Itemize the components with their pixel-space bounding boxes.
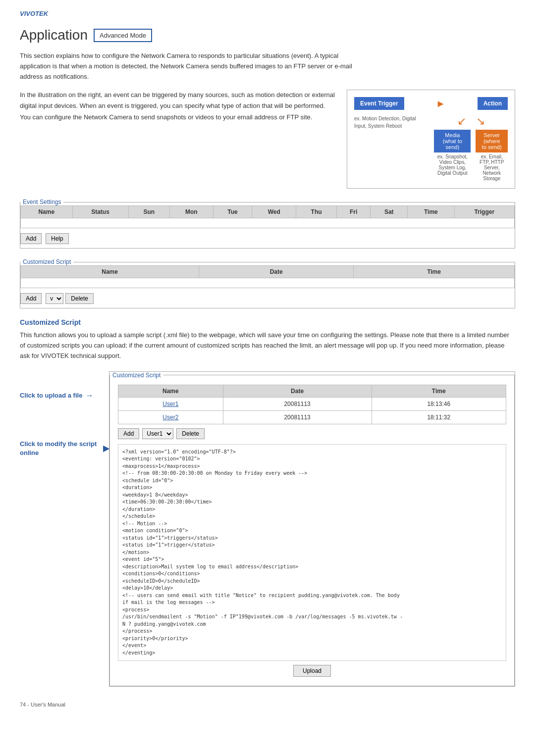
xml-code-display: <?xml version="1.0" encoding="UTF-8"?> <… — [118, 444, 506, 661]
col-tue: Tue — [213, 206, 252, 218]
server-col: Server (where to send) ex. Email, FTP, H… — [476, 130, 508, 181]
cs-cell-name[interactable]: User1 — [118, 397, 223, 410]
script-col-name: Name — [21, 266, 199, 278]
script-table-empty-row — [21, 278, 515, 288]
media-col: Media (what to send) ex. Snapshot, Video… — [434, 130, 471, 181]
col-name: Name — [21, 206, 73, 218]
cs-table-header-row: Name Date Time — [118, 385, 506, 397]
footer-note: 74 - User's Manual — [20, 702, 515, 707]
arrow-down-right-icon: ↘ — [476, 115, 485, 128]
cs-controls-row: Add User1 Delete — [118, 428, 506, 439]
media-box: Media (what to send) — [434, 130, 471, 152]
brand-logo: VIVOTEK — [20, 10, 515, 17]
ex-server-label: ex. Email, FTP, HTTP Server, Network Sto… — [476, 154, 508, 181]
col-status: Status — [72, 206, 128, 218]
cs-cell-name[interactable]: User2 — [118, 410, 223, 424]
ex-media-label: ex. Snapshot, Video Clips, System Log, D… — [434, 154, 471, 176]
cs-large-inner: Name Date Time User1 20081113 18:13:46 U… — [110, 379, 514, 686]
diagram-right-col: ↙ ↘ Media (what to send) ex. Snapshot, V… — [434, 115, 508, 181]
col-time: Time — [408, 206, 454, 218]
cs-col-date: Date — [223, 385, 372, 397]
cs-col-time: Time — [372, 385, 506, 397]
script-select-small[interactable]: v — [46, 293, 63, 304]
upload-button-row: Upload — [118, 661, 506, 679]
col-sat: Sat — [371, 206, 408, 218]
customized-script-legend-small: Customized Script — [20, 258, 73, 265]
cs-add-button[interactable]: Add — [118, 428, 139, 439]
upload-arrow-icon: → — [85, 391, 93, 400]
diagram-top-row: Event Trigger ► Action — [354, 97, 508, 110]
action-box: Action — [478, 97, 508, 110]
customized-script-large-box: Customized Script Name Date Time User1 — [109, 371, 515, 687]
cs-cell-time: 18:13:46 — [372, 397, 506, 410]
description-paragraph-1: This section explains how to configure t… — [20, 51, 367, 82]
script-delete-button-small[interactable]: Delete — [65, 293, 94, 304]
event-table-header-row: Name Status Sun Mon Tue Wed Thu Fri Sat … — [21, 206, 515, 218]
upload-button[interactable]: Upload — [293, 665, 331, 677]
modify-arrow-icon: ▶ — [103, 443, 109, 454]
server-box: Server (where to send) — [476, 130, 508, 152]
script-col-time: Time — [354, 266, 515, 278]
modify-label: Click to modify the script online ▶ — [20, 440, 109, 457]
title-row: Application Advanced Mode — [20, 27, 515, 43]
col-mon: Mon — [169, 206, 213, 218]
intro-text: In the illustration on the right, an eve… — [20, 90, 337, 189]
cs-cell-date: 20081113 — [223, 397, 372, 410]
event-settings-legend: Event Settings — [20, 199, 63, 205]
event-add-button[interactable]: Add — [20, 233, 42, 244]
event-buttons-row: Add Help — [20, 233, 515, 248]
diagram-mid-row: ex. Motion Detection, Digital Input, Sys… — [354, 115, 508, 181]
script-add-button-small[interactable]: Add — [20, 293, 42, 304]
event-settings-table: Name Status Sun Mon Tue Wed Thu Fri Sat … — [20, 205, 515, 228]
cs-large-legend: Customized Script — [110, 372, 163, 379]
script-table-header-row: Name Date Time — [21, 266, 515, 278]
script-table-small: Name Date Time — [20, 265, 515, 288]
script-col-date: Date — [199, 266, 354, 278]
cs-table-row[interactable]: User2 20081113 18:11:32 — [118, 410, 506, 424]
event-help-button[interactable]: Help — [46, 233, 69, 244]
cs-cell-date: 20081113 — [223, 410, 372, 424]
diagram-bottom-boxes: Media (what to send) ex. Snapshot, Video… — [434, 130, 508, 181]
large-diagram-area: Click to upload a file → Click to modify… — [20, 371, 515, 687]
cs-user-select[interactable]: User1 — [142, 428, 173, 439]
advanced-mode-button[interactable]: Advanced Mode — [94, 29, 152, 42]
col-trigger: Trigger — [454, 206, 514, 218]
customized-script-fieldset-small: Customized Script Name Date Time Add v D… — [20, 258, 515, 308]
col-wed: Wed — [252, 206, 296, 218]
arrow-down-left-icon: ↙ — [457, 115, 466, 128]
cs-delete-button[interactable]: Delete — [176, 428, 205, 439]
diagram-box: Event Trigger ► Action ex. Motion Detect… — [347, 90, 515, 189]
page-title: Application — [20, 27, 88, 43]
left-labels-col: Click to upload a file → Click to modify… — [20, 371, 109, 457]
event-table-empty-row — [21, 218, 515, 228]
customized-script-section-title: Customized Script — [20, 318, 515, 326]
arrow-right-icon: ► — [436, 98, 446, 109]
event-trigger-box: Event Trigger — [354, 97, 404, 110]
col-thu: Thu — [296, 206, 337, 218]
cs-table-row[interactable]: User1 20081113 18:13:46 — [118, 397, 506, 410]
col-fri: Fri — [337, 206, 371, 218]
intro-section: In the illustration on the right, an eve… — [20, 90, 515, 189]
col-sun: Sun — [128, 206, 169, 218]
cs-cell-time: 18:11:32 — [372, 410, 506, 424]
customized-script-full-desc: This function allows you to upload a sam… — [20, 330, 515, 361]
event-settings-fieldset: Event Settings Name Status Sun Mon Tue W… — [20, 199, 515, 249]
cs-col-name: Name — [118, 385, 223, 397]
script-buttons-row-small: Add v Delete — [20, 293, 515, 308]
cs-large-table: Name Date Time User1 20081113 18:13:46 U… — [118, 385, 506, 424]
upload-label: Click to upload a file → — [20, 391, 109, 400]
diagram-ex-left: ex. Motion Detection, Digital Input, Sys… — [354, 115, 428, 130]
